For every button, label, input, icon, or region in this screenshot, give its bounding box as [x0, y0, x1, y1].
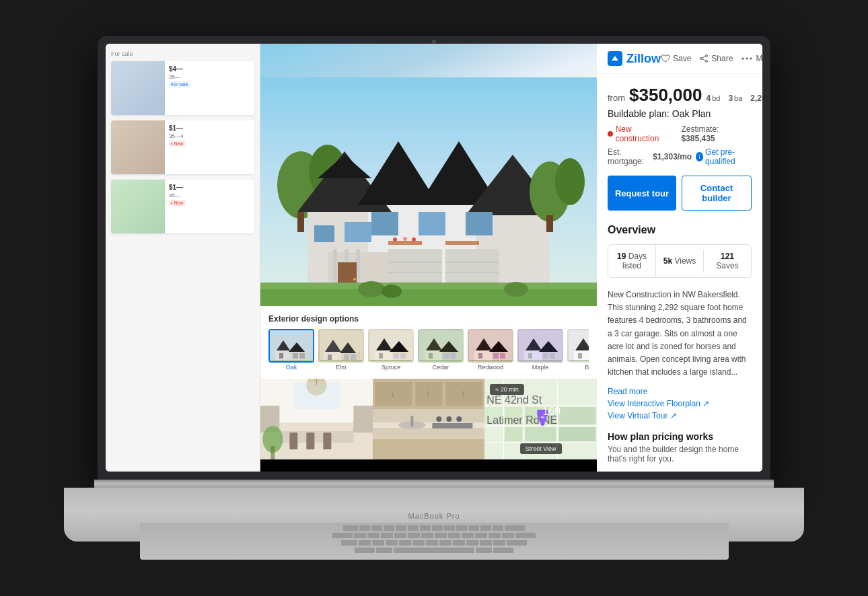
bg-listing-card-1: $4— 35— For sale: [111, 61, 254, 115]
thumb-elm[interactable]: Elm: [318, 329, 364, 371]
plan-title: Buildable plan: Oak Plan: [608, 108, 752, 119]
thumb-bir-label: Birc: [567, 364, 589, 371]
zestimate-section: Zestimate: $385,435: [681, 124, 752, 143]
thumb-redwood-img[interactable]: [468, 329, 513, 363]
svg-rect-13: [314, 225, 334, 242]
svg-rect-117: [306, 433, 314, 449]
new-construction-label: New construction: [616, 124, 675, 143]
more-button[interactable]: More: [741, 54, 762, 63]
baths-unit: ba: [734, 94, 742, 102]
svg-rect-129: [445, 382, 482, 406]
bg-listing-card-2: $1— 35—4 • New: [111, 120, 254, 174]
days-label: Days listed: [622, 252, 647, 270]
modal-right-panel[interactable]: Zillow Save Share: [597, 44, 762, 472]
zillow-logo[interactable]: Zillow: [608, 51, 661, 66]
exterior-options-title: Exterior design options: [268, 314, 589, 324]
svg-point-139: [456, 416, 462, 422]
thumb-maple-img[interactable]: [517, 329, 563, 363]
thumb-bir[interactable]: Birc: [567, 329, 589, 371]
main-house-photo[interactable]: [260, 44, 597, 306]
svg-rect-78: [429, 353, 433, 359]
thumb-oak-img[interactable]: [268, 329, 314, 363]
get-prequalified-container[interactable]: i Get pre-qualified: [696, 147, 752, 166]
more-icon: [741, 54, 753, 63]
svg-point-169: [750, 58, 752, 60]
beds-detail: 4 bd: [706, 94, 720, 103]
interior-photo-2[interactable]: [373, 379, 485, 459]
modal-header: Zillow Save Share: [597, 44, 762, 74]
thumb-oak-label: Oak: [268, 364, 314, 371]
read-more-link[interactable]: Read more: [608, 387, 752, 396]
keyboard-area: [140, 523, 729, 560]
share-button[interactable]: Share: [699, 54, 733, 63]
virtual-tour-link[interactable]: View Virtual Tour ↗: [608, 411, 752, 420]
svg-rect-90: [469, 361, 513, 363]
request-tour-button[interactable]: Request tour: [608, 176, 676, 211]
svg-rect-108: [569, 361, 589, 363]
svg-point-158: [541, 420, 545, 426]
saves-label: Saves: [716, 261, 738, 270]
thumb-spruce-img[interactable]: [368, 329, 414, 363]
street-view-badge[interactable]: Street View: [520, 443, 562, 454]
svg-rect-80: [450, 353, 456, 359]
thumb-spruce[interactable]: Spruce: [368, 329, 414, 371]
thumb-maple[interactable]: Maple: [517, 329, 563, 371]
saves-stat: 121 Saves: [704, 245, 751, 277]
svg-line-165: [702, 57, 706, 58]
svg-point-40: [393, 237, 397, 241]
sqft-detail: 2,292 sqft: [750, 94, 762, 103]
thumb-elm-img[interactable]: [318, 329, 364, 363]
svg-rect-52: [293, 353, 298, 359]
thumb-oak[interactable]: Oak: [268, 329, 314, 371]
svg-rect-140: [373, 439, 485, 459]
heart-icon: [661, 54, 670, 63]
modal-body: from $350,000 4 bd 3 ba: [597, 74, 762, 472]
svg-rect-14: [345, 222, 371, 242]
beds-num: 4: [706, 94, 711, 103]
interior-photo-1[interactable]: [260, 379, 373, 459]
modal-left-panel: Exterior design options Oak: [260, 44, 597, 472]
contact-builder-button[interactable]: Contact builder: [682, 176, 752, 211]
save-button[interactable]: Save: [661, 54, 691, 63]
mini-map[interactable]: NE 42nd St Latimer Rd NE 169: [484, 379, 597, 459]
svg-point-42: [412, 237, 416, 241]
svg-rect-51: [279, 353, 283, 359]
svg-line-166: [702, 59, 706, 61]
svg-rect-79: [443, 353, 449, 359]
thumb-cedar-img[interactable]: [418, 329, 464, 363]
svg-point-36: [382, 285, 402, 298]
thumb-cedar[interactable]: Cedar: [418, 329, 464, 371]
mortgage-value: $1,303/mo: [653, 152, 692, 161]
svg-rect-70: [394, 353, 399, 359]
svg-point-168: [746, 58, 748, 60]
svg-rect-123: [293, 382, 340, 409]
svg-rect-61: [344, 355, 349, 360]
thumb-spruce-label: Spruce: [368, 364, 414, 371]
exterior-thumbnails: Oak Elm: [268, 329, 589, 371]
zestimate-label: Zestimate:: [681, 124, 719, 134]
svg-point-41: [403, 237, 407, 241]
svg-rect-69: [379, 353, 383, 359]
svg-rect-39: [445, 241, 479, 245]
svg-rect-2: [297, 212, 304, 232]
bottom-photos-row: NE 42nd St Latimer Rd NE 169: [260, 379, 597, 459]
thumb-bir-img[interactable]: [567, 329, 589, 363]
svg-rect-38: [388, 241, 422, 245]
get-prequalified-link[interactable]: i Get pre-qualified: [696, 147, 752, 166]
floorplan-link[interactable]: View Interactive Floorplan ↗: [608, 399, 752, 408]
commute-badge: ≈ 20 min: [490, 384, 523, 395]
svg-rect-72: [369, 361, 414, 363]
svg-rect-96: [528, 353, 532, 359]
svg-rect-154: [559, 427, 596, 441]
svg-rect-63: [320, 361, 364, 363]
baths-num: 3: [728, 94, 733, 103]
svg-text:NE 42nd St: NE 42nd St: [487, 394, 542, 406]
svg-rect-128: [415, 382, 442, 406]
svg-rect-120: [353, 406, 372, 433]
new-construction-badge: New construction: [608, 124, 674, 143]
status-dot: [608, 131, 613, 137]
prequalified-label: Get pre-qualified: [705, 147, 752, 166]
laptop-bottom: MacBook Pro: [64, 488, 804, 542]
beds-unit: bd: [712, 94, 720, 102]
thumb-redwood[interactable]: Redwood: [468, 329, 513, 371]
